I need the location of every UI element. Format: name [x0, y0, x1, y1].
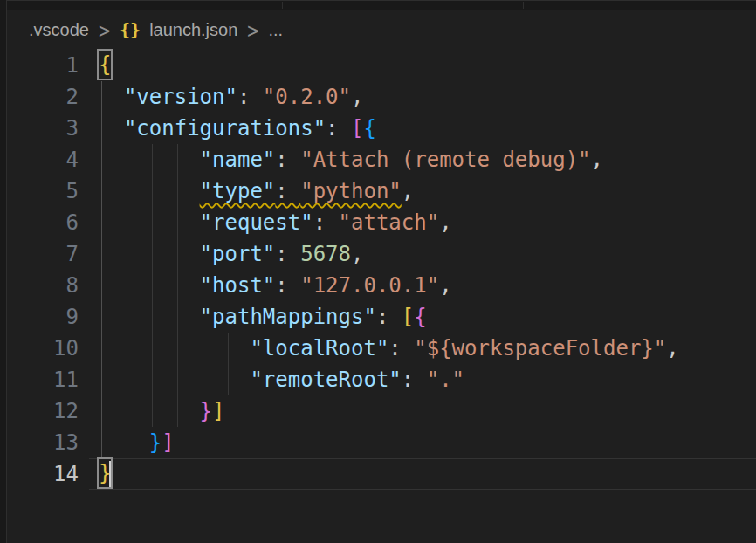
code-line[interactable]: 14} — [0, 458, 756, 490]
code-text: }] — [99, 395, 225, 427]
code-token: "name" — [200, 148, 276, 172]
tab-strip — [0, 0, 756, 10]
bracket-match: { — [99, 51, 111, 79]
code-line[interactable]: 12 }] — [0, 395, 756, 427]
code-area[interactable]: 1{2 "version": "0.2.0",3 "configurations… — [0, 50, 756, 490]
code-line[interactable]: 9 "pathMappings": [{ — [0, 301, 756, 333]
code-token: "python" — [300, 179, 402, 203]
line-number[interactable]: 12 — [0, 395, 79, 427]
code-line[interactable]: 13 }] — [0, 427, 756, 458]
code-token: "attach" — [339, 210, 440, 235]
code-token: : — [388, 336, 414, 361]
code-token: "type" — [200, 179, 276, 203]
code-token: , — [351, 85, 363, 109]
code-line[interactable]: 1{ — [0, 50, 756, 81]
line-number[interactable]: 3 — [0, 113, 79, 144]
code-token — [99, 148, 200, 172]
code-line[interactable]: 5 "type": "python", — [0, 175, 756, 207]
code-token: [ — [402, 305, 414, 329]
code-text: "type": "python", — [99, 175, 414, 207]
line-number[interactable]: 6 — [0, 207, 79, 238]
code-token: : — [237, 85, 263, 109]
code-token — [99, 116, 124, 141]
breadcrumb-folder[interactable]: .vscode — [29, 20, 89, 40]
code-text: }] — [99, 427, 175, 458]
code-token: ] — [212, 399, 224, 423]
code-text: "host": "127.0.0.1", — [99, 270, 452, 301]
code-token: "request" — [200, 210, 313, 235]
code-token: : — [402, 368, 427, 392]
code-token: , — [402, 179, 414, 203]
code-token: : — [275, 273, 300, 298]
line-number[interactable]: 2 — [0, 81, 79, 113]
line-number[interactable]: 4 — [0, 144, 79, 175]
code-token — [99, 336, 250, 361]
code-text: "port": 5678, — [99, 238, 363, 270]
code-token: : — [275, 148, 300, 172]
code-token: { — [363, 116, 375, 141]
code-text: "remoteRoot": "." — [99, 364, 464, 395]
code-token: , — [439, 210, 451, 235]
code-token — [99, 179, 200, 203]
code-line[interactable]: 10 "localRoot": "${workspaceFolder}", — [0, 333, 756, 364]
code-line[interactable]: 4 "name": "Attach (remote debug)", — [0, 144, 756, 175]
panel-edge — [0, 0, 7, 543]
code-token: "localRoot" — [250, 336, 388, 361]
line-number[interactable]: 1 — [0, 50, 79, 81]
json-file-icon: {} — [120, 19, 141, 40]
code-text: "configurations": [{ — [99, 113, 376, 144]
code-token — [99, 85, 124, 109]
code-line[interactable]: 2 "version": "0.2.0", — [0, 81, 756, 113]
code-line[interactable]: 11 "remoteRoot": "." — [0, 364, 756, 395]
line-number[interactable]: 11 — [0, 364, 79, 395]
code-text: "localRoot": "${workspaceFolder}", — [99, 333, 679, 364]
code-line[interactable]: 7 "port": 5678, — [0, 238, 756, 270]
breadcrumb-symbol-ellipsis[interactable]: ... — [268, 20, 283, 40]
chevron-right-icon: > — [246, 17, 259, 41]
tab-separator — [282, 2, 283, 9]
code-token: 5678 — [300, 242, 351, 266]
tab-separator — [523, 2, 524, 9]
code-token: } — [149, 430, 162, 455]
code-text: "request": "attach", — [99, 207, 452, 238]
chevron-right-icon: > — [98, 17, 111, 41]
code-text: "version": "0.2.0", — [99, 81, 363, 113]
code-token: : — [275, 179, 300, 203]
code-token: , — [351, 242, 363, 266]
code-token: , — [666, 336, 678, 361]
code-token: : — [275, 242, 300, 266]
warning-squiggle: "type": "python" — [200, 179, 402, 203]
code-token: "${workspaceFolder}" — [414, 336, 666, 361]
text-cursor — [109, 461, 111, 487]
code-token: } — [200, 399, 212, 423]
line-number[interactable]: 14 — [0, 458, 79, 490]
code-token: "127.0.0.1" — [300, 273, 439, 298]
code-token: "host" — [200, 273, 276, 298]
code-token: "0.2.0" — [263, 85, 351, 109]
line-number[interactable]: 9 — [0, 301, 79, 333]
code-token — [99, 273, 200, 298]
line-number[interactable]: 10 — [0, 333, 79, 364]
code-token: , — [591, 148, 603, 172]
code-token: "pathMappings" — [200, 305, 376, 329]
code-token: "." — [427, 368, 464, 392]
code-token — [99, 210, 200, 235]
breadcrumb-file[interactable]: launch.json — [149, 20, 237, 40]
code-token: "port" — [200, 242, 276, 266]
code-line[interactable]: 8 "host": "127.0.0.1", — [0, 270, 756, 301]
line-number[interactable]: 5 — [0, 175, 79, 207]
code-token — [99, 368, 250, 392]
code-text: } — [99, 458, 111, 490]
code-token: : — [376, 305, 402, 329]
line-number[interactable]: 13 — [0, 427, 79, 458]
code-token: : — [326, 116, 351, 141]
code-token: "configurations" — [124, 116, 326, 141]
line-number[interactable]: 8 — [0, 270, 79, 301]
current-line-highlight — [89, 458, 756, 490]
code-token: "remoteRoot" — [250, 368, 401, 392]
code-line[interactable]: 6 "request": "attach", — [0, 207, 756, 238]
line-number[interactable]: 7 — [0, 238, 79, 270]
code-line[interactable]: 3 "configurations": [{ — [0, 113, 756, 144]
code-token: : — [313, 210, 339, 235]
code-token: "Attach (remote debug)" — [300, 148, 590, 172]
